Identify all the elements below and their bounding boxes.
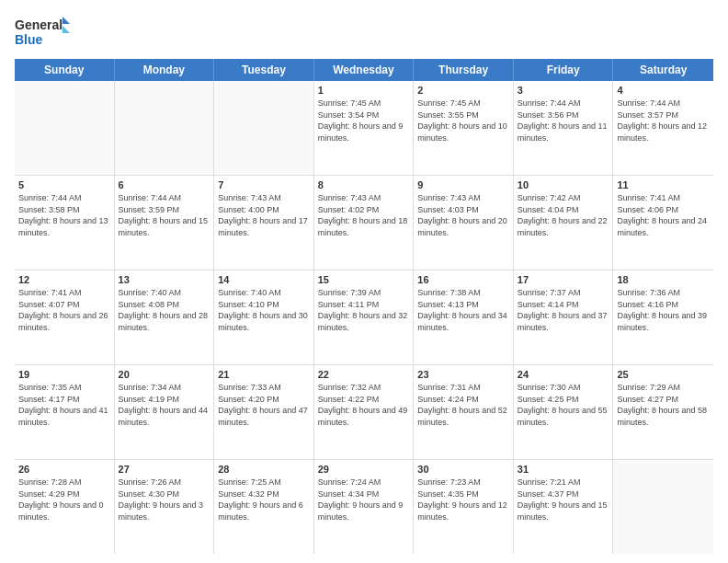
calendar-cell: 22Sunrise: 7:32 AM Sunset: 4:22 PM Dayli… bbox=[314, 365, 415, 459]
calendar-cell bbox=[115, 81, 215, 175]
day-number: 24 bbox=[518, 369, 609, 380]
calendar-cell: 2Sunrise: 7:45 AM Sunset: 3:55 PM Daylig… bbox=[414, 81, 514, 175]
day-info: Sunrise: 7:41 AM Sunset: 4:07 PM Dayligh… bbox=[18, 287, 110, 333]
day-info: Sunrise: 7:45 AM Sunset: 3:54 PM Dayligh… bbox=[318, 98, 410, 144]
calendar-cell: 20Sunrise: 7:34 AM Sunset: 4:19 PM Dayli… bbox=[115, 365, 215, 459]
calendar-cell: 1Sunrise: 7:45 AM Sunset: 3:54 PM Daylig… bbox=[314, 81, 415, 175]
svg-text:General: General bbox=[15, 17, 63, 32]
calendar-cell: 13Sunrise: 7:40 AM Sunset: 4:08 PM Dayli… bbox=[115, 270, 215, 364]
calendar-cell: 15Sunrise: 7:39 AM Sunset: 4:11 PM Dayli… bbox=[314, 270, 415, 364]
day-info: Sunrise: 7:28 AM Sunset: 4:29 PM Dayligh… bbox=[18, 477, 110, 523]
day-info: Sunrise: 7:21 AM Sunset: 4:37 PM Dayligh… bbox=[518, 477, 609, 523]
calendar-cell: 25Sunrise: 7:29 AM Sunset: 4:27 PM Dayli… bbox=[613, 365, 713, 459]
page: General Blue SundayMondayTuesdayWednesda… bbox=[0, 0, 728, 563]
day-info: Sunrise: 7:31 AM Sunset: 4:24 PM Dayligh… bbox=[417, 382, 509, 428]
calendar-cell: 3Sunrise: 7:44 AM Sunset: 3:56 PM Daylig… bbox=[514, 81, 614, 175]
day-number: 21 bbox=[218, 369, 310, 380]
day-info: Sunrise: 7:26 AM Sunset: 4:30 PM Dayligh… bbox=[119, 477, 210, 523]
calendar-cell: 29Sunrise: 7:24 AM Sunset: 4:34 PM Dayli… bbox=[314, 460, 415, 554]
day-info: Sunrise: 7:29 AM Sunset: 4:27 PM Dayligh… bbox=[617, 382, 710, 428]
day-info: Sunrise: 7:33 AM Sunset: 4:20 PM Dayligh… bbox=[218, 382, 310, 428]
day-info: Sunrise: 7:44 AM Sunset: 3:58 PM Dayligh… bbox=[18, 192, 110, 238]
day-number: 5 bbox=[18, 179, 110, 190]
logo-svg: General Blue bbox=[15, 15, 70, 50]
calendar-body: 1Sunrise: 7:45 AM Sunset: 3:54 PM Daylig… bbox=[15, 81, 713, 554]
day-number: 23 bbox=[417, 369, 509, 380]
header: General Blue bbox=[15, 15, 713, 50]
calendar-cell: 11Sunrise: 7:41 AM Sunset: 4:06 PM Dayli… bbox=[613, 176, 713, 270]
day-number: 26 bbox=[18, 464, 110, 475]
day-info: Sunrise: 7:32 AM Sunset: 4:22 PM Dayligh… bbox=[318, 382, 410, 428]
calendar-cell: 19Sunrise: 7:35 AM Sunset: 4:17 PM Dayli… bbox=[15, 365, 115, 459]
day-info: Sunrise: 7:44 AM Sunset: 3:56 PM Dayligh… bbox=[518, 98, 609, 144]
logo: General Blue bbox=[15, 15, 70, 50]
day-info: Sunrise: 7:35 AM Sunset: 4:17 PM Dayligh… bbox=[18, 382, 110, 428]
day-number: 29 bbox=[318, 464, 410, 475]
svg-marker-3 bbox=[63, 26, 70, 33]
day-info: Sunrise: 7:23 AM Sunset: 4:35 PM Dayligh… bbox=[417, 477, 509, 523]
day-info: Sunrise: 7:40 AM Sunset: 4:08 PM Dayligh… bbox=[119, 287, 210, 333]
day-number: 28 bbox=[218, 464, 310, 475]
day-of-week-header: Monday bbox=[115, 59, 215, 81]
day-number: 27 bbox=[119, 464, 210, 475]
day-info: Sunrise: 7:45 AM Sunset: 3:55 PM Dayligh… bbox=[417, 98, 509, 144]
calendar-cell bbox=[15, 81, 115, 175]
day-number: 15 bbox=[318, 274, 410, 285]
day-number: 9 bbox=[417, 179, 509, 190]
day-number: 18 bbox=[617, 274, 710, 285]
calendar-cell: 26Sunrise: 7:28 AM Sunset: 4:29 PM Dayli… bbox=[15, 460, 115, 554]
day-info: Sunrise: 7:34 AM Sunset: 4:19 PM Dayligh… bbox=[119, 382, 210, 428]
day-info: Sunrise: 7:43 AM Sunset: 4:00 PM Dayligh… bbox=[218, 192, 310, 238]
day-info: Sunrise: 7:37 AM Sunset: 4:14 PM Dayligh… bbox=[518, 287, 609, 333]
day-number: 16 bbox=[417, 274, 509, 285]
calendar-cell: 30Sunrise: 7:23 AM Sunset: 4:35 PM Dayli… bbox=[414, 460, 514, 554]
calendar-cell: 18Sunrise: 7:36 AM Sunset: 4:16 PM Dayli… bbox=[613, 270, 713, 364]
calendar-cell: 21Sunrise: 7:33 AM Sunset: 4:20 PM Dayli… bbox=[214, 365, 314, 459]
calendar-week: 26Sunrise: 7:28 AM Sunset: 4:29 PM Dayli… bbox=[15, 460, 713, 554]
calendar-week: 12Sunrise: 7:41 AM Sunset: 4:07 PM Dayli… bbox=[15, 270, 713, 365]
day-number: 20 bbox=[119, 369, 210, 380]
calendar-cell: 28Sunrise: 7:25 AM Sunset: 4:32 PM Dayli… bbox=[214, 460, 314, 554]
calendar-cell: 6Sunrise: 7:44 AM Sunset: 3:59 PM Daylig… bbox=[115, 176, 215, 270]
calendar-week: 19Sunrise: 7:35 AM Sunset: 4:17 PM Dayli… bbox=[15, 365, 713, 460]
day-info: Sunrise: 7:43 AM Sunset: 4:02 PM Dayligh… bbox=[318, 192, 410, 238]
day-number: 3 bbox=[518, 85, 609, 96]
day-number: 4 bbox=[617, 85, 710, 96]
calendar-cell: 5Sunrise: 7:44 AM Sunset: 3:58 PM Daylig… bbox=[15, 176, 115, 270]
calendar-cell: 14Sunrise: 7:40 AM Sunset: 4:10 PM Dayli… bbox=[214, 270, 314, 364]
calendar-cell: 4Sunrise: 7:44 AM Sunset: 3:57 PM Daylig… bbox=[613, 81, 713, 175]
svg-marker-2 bbox=[63, 17, 70, 24]
calendar-cell: 7Sunrise: 7:43 AM Sunset: 4:00 PM Daylig… bbox=[214, 176, 314, 270]
day-info: Sunrise: 7:25 AM Sunset: 4:32 PM Dayligh… bbox=[218, 477, 310, 523]
day-number: 14 bbox=[218, 274, 310, 285]
day-number: 8 bbox=[318, 179, 410, 190]
day-info: Sunrise: 7:41 AM Sunset: 4:06 PM Dayligh… bbox=[617, 192, 710, 238]
day-info: Sunrise: 7:38 AM Sunset: 4:13 PM Dayligh… bbox=[417, 287, 509, 333]
day-info: Sunrise: 7:42 AM Sunset: 4:04 PM Dayligh… bbox=[518, 192, 609, 238]
day-number: 7 bbox=[218, 179, 310, 190]
calendar-cell: 24Sunrise: 7:30 AM Sunset: 4:25 PM Dayli… bbox=[514, 365, 614, 459]
day-info: Sunrise: 7:36 AM Sunset: 4:16 PM Dayligh… bbox=[617, 287, 710, 333]
day-number: 30 bbox=[417, 464, 509, 475]
svg-text:Blue: Blue bbox=[15, 32, 43, 47]
day-number: 31 bbox=[518, 464, 609, 475]
day-info: Sunrise: 7:24 AM Sunset: 4:34 PM Dayligh… bbox=[318, 477, 410, 523]
calendar-cell: 17Sunrise: 7:37 AM Sunset: 4:14 PM Dayli… bbox=[514, 270, 614, 364]
day-number: 12 bbox=[18, 274, 110, 285]
calendar-cell: 23Sunrise: 7:31 AM Sunset: 4:24 PM Dayli… bbox=[414, 365, 514, 459]
calendar-cell: 27Sunrise: 7:26 AM Sunset: 4:30 PM Dayli… bbox=[115, 460, 215, 554]
day-info: Sunrise: 7:44 AM Sunset: 3:59 PM Dayligh… bbox=[119, 192, 210, 238]
day-info: Sunrise: 7:43 AM Sunset: 4:03 PM Dayligh… bbox=[417, 192, 509, 238]
day-number: 10 bbox=[518, 179, 609, 190]
day-number: 2 bbox=[417, 85, 509, 96]
calendar-cell: 10Sunrise: 7:42 AM Sunset: 4:04 PM Dayli… bbox=[514, 176, 614, 270]
calendar-cell bbox=[613, 460, 713, 554]
calendar-cell: 8Sunrise: 7:43 AM Sunset: 4:02 PM Daylig… bbox=[314, 176, 415, 270]
calendar-header: SundayMondayTuesdayWednesdayThursdayFrid… bbox=[15, 59, 713, 81]
day-number: 25 bbox=[617, 369, 710, 380]
day-info: Sunrise: 7:44 AM Sunset: 3:57 PM Dayligh… bbox=[617, 98, 710, 144]
day-of-week-header: Friday bbox=[514, 59, 614, 81]
calendar-cell bbox=[214, 81, 314, 175]
calendar-week: 5Sunrise: 7:44 AM Sunset: 3:58 PM Daylig… bbox=[15, 176, 713, 270]
day-number: 1 bbox=[318, 85, 410, 96]
